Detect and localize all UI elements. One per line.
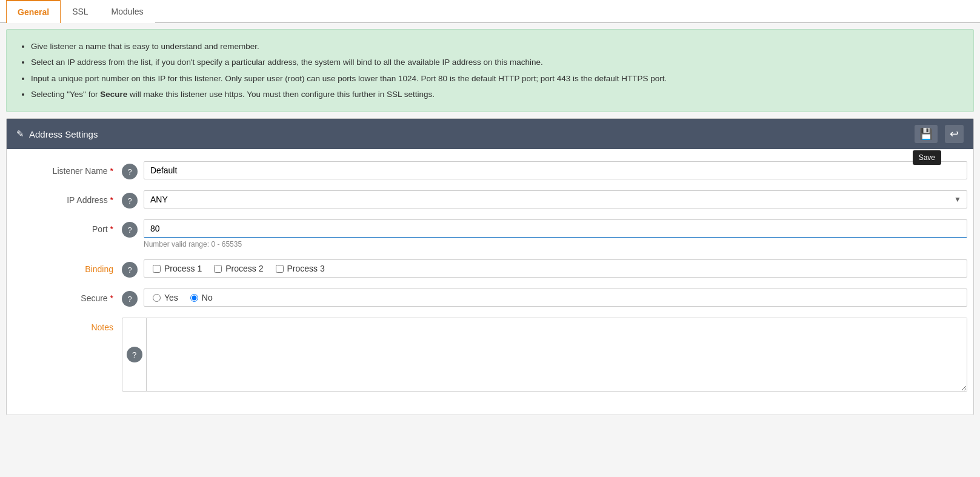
info-item-3: Input a unique port number on this IP fo… — [31, 72, 961, 86]
card-header-title: ✎ Address Settings — [16, 128, 98, 139]
tabs-bar: General SSL Modules — [0, 0, 980, 23]
binding-process3-checkbox[interactable] — [276, 265, 284, 273]
notes-label: Notes — [13, 318, 122, 332]
ip-address-row: IP Address * ? ANY ▼ — [13, 190, 967, 208]
undo-icon: ↩ — [950, 127, 959, 141]
tab-general[interactable]: General — [6, 0, 61, 23]
notes-help-icon[interactable]: ? — [127, 347, 142, 362]
port-input[interactable] — [144, 219, 967, 238]
notes-wrap: ? — [122, 318, 967, 392]
listener-name-control — [144, 161, 967, 179]
port-control: Number valid range: 0 - 65535 — [144, 219, 967, 249]
binding-process1-label[interactable]: Process 1 — [153, 264, 202, 273]
secure-no-radio[interactable] — [190, 294, 198, 302]
tab-modules[interactable]: Modules — [100, 0, 155, 23]
binding-process2-label[interactable]: Process 2 — [214, 264, 263, 273]
ip-address-select-wrap: ANY ▼ — [144, 190, 967, 208]
info-item-2: Select an IP address from the list, if y… — [31, 55, 961, 70]
listener-name-label: Listener Name * — [13, 161, 122, 176]
tab-ssl[interactable]: SSL — [61, 0, 99, 23]
ip-address-select[interactable]: ANY — [144, 190, 967, 208]
save-button[interactable]: 💾 — [915, 125, 938, 143]
secure-no-text: No — [202, 293, 213, 302]
info-item-1: Give listener a name that is easy to und… — [31, 39, 961, 54]
binding-help-icon[interactable]: ? — [122, 262, 138, 278]
binding-process1-checkbox[interactable] — [153, 265, 161, 273]
card-header: ✎ Address Settings 💾 Save ↩ — [7, 119, 973, 149]
undo-button[interactable]: ↩ — [945, 125, 964, 143]
edit-icon: ✎ — [16, 128, 24, 139]
port-label: Port * — [13, 219, 122, 234]
card-body: Listener Name * ? IP Address * ? ANY ▼ — [7, 149, 973, 415]
ip-address-label: IP Address * — [13, 190, 122, 205]
secure-required: * — [110, 293, 113, 303]
binding-process3-label[interactable]: Process 3 — [276, 264, 325, 273]
binding-row: Binding ? Process 1 Process 2 Process 3 — [13, 259, 967, 278]
binding-control: Process 1 Process 2 Process 3 — [144, 259, 967, 278]
port-help-icon[interactable]: ? — [122, 222, 138, 238]
ip-address-required: * — [110, 195, 113, 205]
port-required: * — [110, 224, 113, 234]
notes-row: Notes ? — [13, 318, 967, 392]
save-icon: 💾 — [919, 127, 933, 141]
secure-no-label[interactable]: No — [190, 293, 213, 302]
address-settings-card: ✎ Address Settings 💾 Save ↩ Listener Nam… — [6, 118, 974, 415]
binding-process2-checkbox[interactable] — [214, 265, 222, 273]
listener-name-help-icon[interactable]: ? — [122, 164, 138, 179]
ip-address-help-icon[interactable]: ? — [122, 193, 138, 208]
secure-yes-radio[interactable] — [153, 294, 161, 302]
secure-radio-group: Yes No — [144, 289, 967, 307]
secure-control: Yes No — [144, 289, 967, 307]
notes-help-section: ? — [122, 318, 147, 391]
info-item-4: Selecting "Yes" for Secure will make thi… — [31, 87, 961, 102]
listener-name-required: * — [110, 166, 113, 176]
port-row: Port * ? Number valid range: 0 - 65535 — [13, 219, 967, 249]
card-title: Address Settings — [29, 129, 98, 139]
port-hint: Number valid range: 0 - 65535 — [144, 240, 967, 249]
secure-row: Secure * ? Yes No — [13, 289, 967, 307]
notes-textarea[interactable] — [147, 318, 967, 391]
ip-address-control: ANY ▼ — [144, 190, 967, 208]
binding-label: Binding — [13, 259, 122, 274]
binding-checkbox-group: Process 1 Process 2 Process 3 — [144, 259, 967, 278]
secure-yes-label[interactable]: Yes — [153, 293, 178, 302]
binding-process3-text: Process 3 — [287, 264, 325, 273]
card-header-actions: 💾 Save ↩ — [915, 125, 964, 143]
secure-help-icon[interactable]: ? — [122, 291, 138, 307]
listener-name-input[interactable] — [144, 161, 967, 179]
listener-name-row: Listener Name * ? — [13, 161, 967, 179]
notes-control: ? — [122, 318, 967, 392]
secure-yes-text: Yes — [164, 293, 178, 302]
binding-process1-text: Process 1 — [164, 264, 202, 273]
info-box: Give listener a name that is easy to und… — [6, 29, 974, 112]
save-tooltip: Save — [913, 150, 941, 165]
secure-label: Secure * — [13, 289, 122, 303]
info-list: Give listener a name that is easy to und… — [19, 39, 961, 102]
binding-process2-text: Process 2 — [225, 264, 263, 273]
